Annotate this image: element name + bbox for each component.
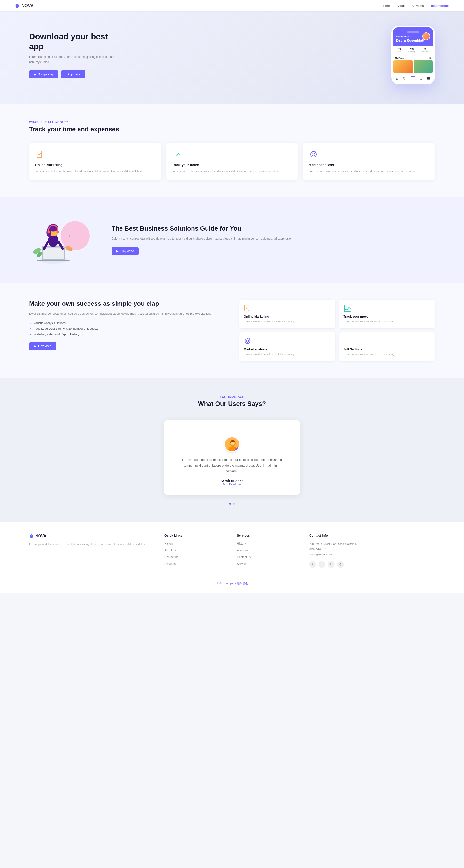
mini-card-title-0: Online Marketing <box>244 315 331 318</box>
testimonial-card: " Lorem ipsum dolor sit amet, consectetu… <box>164 420 300 495</box>
checklist-item-0: ✓ Various Analysis Options <box>29 321 225 325</box>
footer-service-link-history[interactable]: History <box>237 542 246 545</box>
phone-stat-posts-num: 76 <box>397 48 402 51</box>
phone-nav-bar: ⌂ ♡ ⌕ ☰ <box>393 74 433 83</box>
nav-link-services[interactable]: Services <box>412 4 424 7</box>
success-mini-cards: Online Marketing Lorem ipsum dolor amet … <box>239 300 435 361</box>
mini-card-desc-1: Lorem ipsum dolor amet consectetur adipi… <box>344 320 431 324</box>
svg-point-26 <box>246 340 249 342</box>
svg-text:✦: ✦ <box>35 232 37 235</box>
track-section-label: WHAT IS IT ALL ABOUT? <box>29 121 435 124</box>
mini-card-title-3: Full Settings <box>344 347 431 351</box>
feature-card-2: Market analysis Lorem ipsum dolor amet c… <box>303 143 435 180</box>
mini-card-title-2: Market analysis <box>244 347 331 351</box>
business-content: The Best Business Solutions Guide for Yo… <box>112 224 435 255</box>
phone-nav-active <box>411 76 415 77</box>
success-checklist: ✓ Various Analysis Options ✓ Page Load D… <box>29 321 225 336</box>
footer-bottom: © Your company. 新华模板 <box>29 578 435 585</box>
business-play-button[interactable]: ▶ Play video <box>112 247 139 255</box>
footer-quick-links-title: Quick Links <box>164 534 227 537</box>
feature-card-1-desc: Lorem ipsum dolor amet consectetur adipi… <box>172 169 292 174</box>
online-marketing-icon <box>35 150 45 159</box>
nav-link-about[interactable]: About <box>397 4 405 7</box>
app-store-label: App Store <box>67 73 80 76</box>
feature-card-2-title: Market analysis <box>309 163 429 167</box>
phone-header: Welcome back! Debra Rosenblatt <box>393 27 433 45</box>
footer-service-link-contact[interactable]: Contact us <box>237 556 251 559</box>
phone-posts-grid <box>393 60 433 74</box>
svg-point-20 <box>65 245 74 252</box>
mini-card-icon-0 <box>244 305 252 312</box>
checklist-item-1: ✓ Page Load Details (time, size, number … <box>29 327 225 331</box>
social-twitter[interactable]: t <box>319 561 325 568</box>
phone-device: Welcome back! Debra Rosenblatt 76 Posts … <box>391 26 435 84</box>
footer-logo: NOVA <box>29 534 155 538</box>
footer-link-history[interactable]: History <box>164 542 173 545</box>
footer-service-link-about[interactable]: About us <box>237 549 248 552</box>
footer-link-services[interactable]: Services <box>164 562 175 566</box>
mini-card-desc-3: Lorem ipsum dolor amet consectetur adipi… <box>344 352 431 356</box>
mini-card-icon-2 <box>244 337 252 345</box>
mini-card-1: Track your move Lorem ipsum dolor amet c… <box>339 300 435 329</box>
play-icon: ▶ <box>34 73 36 76</box>
mini-card-icon-3 <box>344 337 351 345</box>
market-analysis-icon <box>309 150 318 159</box>
hero-content: Download your best app Lorem ipsum dolor… <box>29 31 121 79</box>
testimonials-section: TESTIMONIALS What Our Users Says? " Lore… <box>0 378 464 521</box>
phone-stat-following-num: 293 <box>408 48 415 51</box>
feature-card-0-title: Online Marketing <box>35 163 155 167</box>
phone-posts-label: My Posts <box>395 57 404 59</box>
phone-avatar <box>422 32 430 40</box>
footer-brand: NOVA Lorem ipsum dolor sit amet, consect… <box>29 534 155 568</box>
testimonial-text: Lorem ipsum dolor sit amet, consectetur … <box>179 457 285 474</box>
footer-brand-desc: Lorem ipsum dolor sit amet, consectetur … <box>29 542 155 547</box>
business-play-label: Play video <box>120 250 134 253</box>
phone-post-2 <box>413 60 433 73</box>
footer-contact: Contact Info 728 Ocello Street, San Dieg… <box>309 534 435 568</box>
success-content: Make your own success as simple you clap… <box>29 300 225 350</box>
testimonial-dot-1[interactable] <box>233 503 235 505</box>
social-linkedin[interactable]: in <box>328 561 335 568</box>
checklist-item-2: ✓ Waterfall, Video and Report History <box>29 333 225 336</box>
google-play-label: Google Play <box>37 73 53 76</box>
play-icon-success: ▶ <box>34 344 36 348</box>
phone-stat-followers: 38 Followers <box>422 48 429 52</box>
testimonial-dot-0[interactable] <box>229 503 231 505</box>
app-store-button[interactable]: App Store <box>61 70 85 79</box>
footer-link-about[interactable]: About us <box>164 549 176 552</box>
testimonials-label: TESTIMONIALS <box>29 395 435 398</box>
footer-copyright: © Your company. <box>216 582 236 585</box>
phone-posts-icons: ⊞ <box>429 57 431 59</box>
mini-card-3: Full Settings Lorem ipsum dolor amet con… <box>339 332 435 361</box>
phone-stats: 76 Posts 293 Following 38 Followers <box>393 45 433 55</box>
footer-service-link-services[interactable]: Services <box>237 562 248 566</box>
phone-notch-bar <box>407 31 419 33</box>
google-play-button[interactable]: ▶ Google Play <box>29 70 58 79</box>
check-icon-1: ✓ <box>29 327 32 331</box>
nav-link-testimonials[interactable]: Testimonials <box>430 4 450 7</box>
hero-phone-mockup: Welcome back! Debra Rosenblatt 76 Posts … <box>391 26 435 84</box>
footer-email: Nova@example.com <box>309 552 435 557</box>
track-move-icon <box>172 150 181 159</box>
feature-card-2-desc: Lorem ipsum dolor amet consectetur adipi… <box>309 169 429 174</box>
nav-logo[interactable]: NOVA <box>14 3 34 8</box>
mini-card-title-1: Track your move <box>344 315 431 318</box>
footer-logo-text: NOVA <box>35 534 46 538</box>
nav-link-home[interactable]: Home <box>381 4 390 7</box>
social-instagram[interactable]: ◎ <box>337 561 344 568</box>
footer-contact-info: 728 Ocello Street, San Diego, California… <box>309 541 435 557</box>
footer-copyright-highlight: 新华模板 <box>237 582 248 585</box>
play-circle-icon: ▶ <box>116 250 119 253</box>
social-facebook[interactable]: f <box>309 561 316 568</box>
success-play-button[interactable]: ▶ Play video <box>29 342 56 350</box>
footer-services: Services History About us Contact us Ser… <box>237 534 300 568</box>
svg-point-17 <box>57 230 59 233</box>
svg-rect-8 <box>43 248 64 259</box>
phone-nav-menu: ☰ <box>427 76 430 81</box>
phone-stat-posts-label: Posts <box>397 51 402 52</box>
phone-stat-following: 293 Following <box>408 48 415 52</box>
mini-card-desc-2: Lorem ipsum dolor amet consectetur adipi… <box>244 352 331 356</box>
footer-services-title: Services <box>237 534 300 537</box>
footer-grid: NOVA Lorem ipsum dolor sit amet, consect… <box>29 534 435 568</box>
footer-link-contact[interactable]: Contact us <box>164 556 178 559</box>
